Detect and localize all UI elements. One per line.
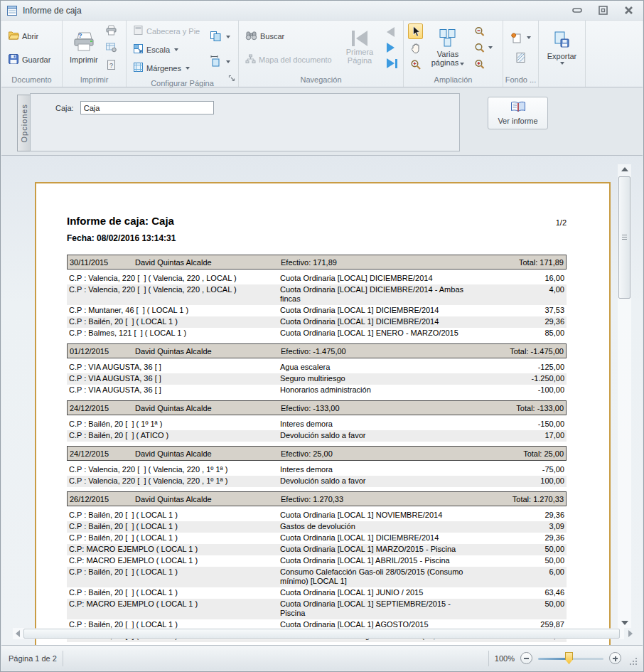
pointer-tool-icon[interactable] <box>408 23 423 39</box>
ribbon-group-navegacion: Buscar Mapa del documento Primera Página <box>239 21 404 87</box>
first-page-icon <box>352 31 367 46</box>
document-map-icon <box>245 54 256 65</box>
status-bar: Página 1 de 2 100% <box>1 645 643 671</box>
table-row: C.P : Bailén, 20 [ ] ( LOCAL 1 )Gastos d… <box>67 521 567 533</box>
row-amount: 16,00 <box>515 274 564 283</box>
zoom-in-button[interactable] <box>609 652 621 664</box>
zoom-out-button[interactable] <box>520 652 532 664</box>
orientation-icon <box>210 55 222 68</box>
multiple-pages-icon <box>439 28 457 48</box>
orientation-button[interactable] <box>208 53 232 70</box>
group-date: 01/12/2015 <box>70 347 135 356</box>
resize-grip[interactable] <box>628 656 638 666</box>
zoom-out-icon[interactable] <box>473 25 488 38</box>
row-amount: -75,00 <box>515 465 564 474</box>
group-name: David Quintas Alcalde <box>135 449 281 458</box>
dropdown-caret <box>226 36 230 38</box>
folder-open-icon <box>8 30 19 43</box>
scroll-left-icon[interactable] <box>13 628 23 639</box>
report-title: Informe de caja: Caja <box>67 215 174 227</box>
row-property: C.P : Bailén, 20 [ ] ( LOCAL 1 ) <box>69 317 280 326</box>
magnifier-tool-icon[interactable] <box>408 58 423 72</box>
ribbon-group-ampliacion: Varias páginas Ampliación <box>404 21 503 87</box>
row-property: C.P : Bailén, 20 [ ] ( ATICO ) <box>69 431 280 440</box>
watermark-button[interactable] <box>513 50 528 65</box>
report-page: Informe de caja: Caja 1/2 Fecha: 08/02/2… <box>35 182 611 646</box>
row-amount: 63,46 <box>515 588 564 597</box>
vertical-scroll-thumb[interactable] <box>618 176 630 299</box>
row-amount: -150,00 <box>515 420 564 429</box>
hand-tool-icon[interactable] <box>408 41 423 55</box>
guardar-button[interactable]: Guardar <box>6 52 53 68</box>
svg-text:?: ? <box>109 62 113 69</box>
last-page-icon[interactable] <box>385 57 399 70</box>
ver-informe-button[interactable]: Ver informe <box>488 97 548 129</box>
scale-icon <box>133 43 144 55</box>
buscar-button[interactable]: Buscar <box>243 29 286 43</box>
table-row: C.P : Bailén, 20 [ ] ( LOCAL 1 )Cuota Or… <box>67 533 567 544</box>
minimize-button[interactable] <box>569 4 585 16</box>
mapa-documento-button: Mapa del documento <box>243 53 334 67</box>
ribbon-group-imprimir: ? Imprimir ? Imprimir <box>63 21 127 87</box>
quick-print-icon[interactable] <box>104 23 119 37</box>
dropdown-caret <box>174 48 178 51</box>
row-amount: 37,53 <box>515 306 564 315</box>
row-concept: Cuota Ordinaria [LOCAL 1] DICIEMBRE/2014 <box>280 317 515 326</box>
open-book-icon <box>510 101 526 114</box>
export-icon <box>552 31 571 50</box>
group-total: Total: -1.475,00 <box>510 347 564 356</box>
vertical-scrollbar[interactable] <box>618 164 631 628</box>
escala-button[interactable]: Escala <box>131 42 181 57</box>
zoom-in-icon[interactable] <box>473 58 488 71</box>
dropdown-caret <box>186 67 190 70</box>
page-color-button[interactable] <box>508 31 533 45</box>
scroll-up-icon[interactable] <box>618 164 631 174</box>
margenes-button[interactable]: Márgenes <box>131 60 192 75</box>
group-header-row: 24/12/2015David Quintas AlcaldeEfectivo:… <box>67 446 567 461</box>
next-page-icon[interactable] <box>385 41 396 54</box>
row-property: C.P : VIA AUGUSTA, 36 [ ] <box>69 374 280 383</box>
row-concept: Devolución saldo a favor <box>280 431 515 440</box>
varias-paginas-button[interactable]: Varias páginas <box>427 27 468 68</box>
window-title: Informe de caja <box>23 6 82 16</box>
horizontal-scrollbar[interactable] <box>13 628 624 639</box>
row-amount: 6,00 <box>515 567 564 586</box>
group-date: 24/12/2015 <box>70 404 135 412</box>
parameters-icon[interactable]: ? <box>104 58 119 72</box>
row-amount: 50,00 <box>515 599 564 618</box>
table-row: C.P : Balmes, 121 [ ] ( LOCAL 1 )Cuota O… <box>67 328 567 339</box>
row-amount: -125,00 <box>515 363 564 372</box>
row-property: C.P : Valencia, 220 [ ] ( Valencia, 220 … <box>69 465 280 474</box>
row-property: C.P: MACRO EJEMPLO ( LOCAL 1 ) <box>69 556 280 565</box>
row-property: C.P : VIA AUGUSTA, 36 [ ] <box>69 385 280 395</box>
row-concept: Gastos de devolución <box>280 522 515 531</box>
print-options-icon[interactable] <box>104 41 119 54</box>
exportar-button[interactable]: Exportar <box>544 29 580 66</box>
previous-page-icon <box>385 26 396 38</box>
margins-icon <box>133 62 144 74</box>
restore-button[interactable] <box>595 4 611 16</box>
close-button[interactable] <box>621 4 636 16</box>
zoom-dropdown-icon[interactable] <box>473 41 494 55</box>
row-property: C.P : Bailén, 20 [ ] ( LOCAL 1 ) <box>69 533 280 543</box>
row-property: C.P : Bailén, 20 [ ] ( LOCAL 1 ) <box>69 522 280 531</box>
scroll-down-icon[interactable] <box>618 618 631 628</box>
row-property: C.P : Valencia, 220 [ ] ( Valencia, 220 … <box>69 476 280 486</box>
scroll-right-icon[interactable] <box>626 628 635 639</box>
caja-input[interactable] <box>80 101 214 114</box>
abrir-button[interactable]: Abrir <box>6 28 41 44</box>
zoom-level-label: 100% <box>495 654 515 663</box>
opciones-tab[interactable]: Opciones <box>17 95 30 151</box>
zoom-slider-thumb[interactable] <box>565 652 573 664</box>
table-row: C.P : VIA AUGUSTA, 36 [ ]Honorarios admi… <box>67 385 567 396</box>
report-date: Fecha: 08/02/2016 13:14:31 <box>67 233 567 243</box>
table-row: C.P : Muntaner, 46 [ ] ( LOCAL 1 )Cuota … <box>67 305 567 316</box>
horizontal-scroll-thumb[interactable] <box>23 629 620 639</box>
ribbon-group-documento: Abrir Guardar Documento <box>1 21 63 87</box>
paper-size-button[interactable] <box>208 29 232 45</box>
row-amount: -1.250,00 <box>515 374 564 383</box>
table-row: C.P : Valencia, 220 [ ] ( Valencia, 220 … <box>67 464 567 476</box>
imprimir-button[interactable]: ? Imprimir <box>67 30 101 65</box>
zoom-slider[interactable] <box>538 652 603 664</box>
dialog-launcher-icon[interactable] <box>228 73 236 85</box>
